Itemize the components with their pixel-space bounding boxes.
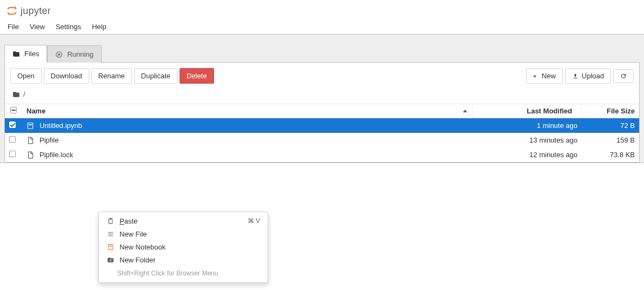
tab-files[interactable]: Files — [4, 45, 47, 63]
logo-text: jupyter — [21, 5, 51, 17]
tab-strip: Files Running — [2, 44, 642, 62]
table-row[interactable]: Pipfile 13 minutes ago 159 B — [5, 133, 639, 147]
file-name: Pipfile.lock — [39, 151, 73, 159]
file-modified: 13 minutes ago — [473, 136, 581, 144]
file-toolbar: Open Download Rename Duplicate Delete Ne… — [5, 63, 639, 88]
content-panel: Open Download Rename Duplicate Delete Ne… — [4, 62, 640, 163]
ctx-new-notebook-label: New Notebook — [119, 243, 165, 251]
download-button[interactable]: Download — [44, 68, 89, 84]
stop-circle-icon — [55, 51, 63, 58]
row-checkbox[interactable] — [9, 136, 26, 144]
duplicate-button[interactable]: Duplicate — [134, 68, 177, 84]
notebook-icon — [26, 122, 34, 130]
caret-down-icon — [533, 72, 539, 80]
sort-ascending-icon — [463, 110, 467, 112]
ctx-paste-shortcut: ⌘ V — [248, 217, 260, 225]
svg-point-1 — [8, 14, 9, 15]
row-checkbox[interactable] — [9, 151, 26, 159]
list-icon — [107, 230, 114, 238]
ctx-new-file-label: New File — [119, 230, 147, 238]
file-icon — [26, 137, 34, 144]
ctx-hint: Shift+Right Click for Browser Menu — [99, 266, 268, 280]
menu-bar: File View Settings Help — [0, 19, 644, 35]
file-icon — [26, 151, 34, 159]
upload-icon — [572, 73, 579, 79]
file-size: 72 B — [581, 122, 635, 130]
refresh-icon — [620, 73, 627, 79]
svg-rect-8 — [108, 244, 113, 249]
ctx-new-file[interactable]: New File — [99, 227, 268, 240]
ctx-new-folder-label: New Folder — [119, 256, 155, 264]
tab-running-label: Running — [67, 50, 93, 58]
logo-bar: jupyter — [0, 0, 644, 19]
ctx-paste-label: Paste — [119, 217, 137, 225]
folder-icon — [12, 50, 20, 58]
context-menu: Paste ⌘ V New File New Notebook New Fold… — [98, 212, 268, 283]
file-name: Untitled.ipynb — [39, 122, 82, 130]
svg-rect-9 — [109, 245, 111, 246]
tab-running[interactable]: Running — [47, 45, 101, 63]
folder-plus-icon — [107, 256, 114, 264]
ctx-new-folder[interactable]: New Folder — [99, 253, 268, 266]
breadcrumb[interactable]: / — [5, 88, 639, 104]
breadcrumb-root: / — [23, 90, 25, 98]
menu-file[interactable]: File — [2, 21, 24, 33]
row-checkbox[interactable] — [9, 122, 26, 130]
table-header: Name Last Modified File Size — [5, 104, 639, 118]
svg-rect-5 — [29, 124, 32, 125]
upload-button-label: Upload — [582, 72, 604, 80]
column-modified[interactable]: Last Modified — [473, 104, 581, 118]
table-row[interactable]: Pipfile.lock 12 minutes ago 73.8 KB — [5, 147, 639, 162]
menu-view[interactable]: View — [24, 21, 50, 33]
ctx-paste[interactable]: Paste ⌘ V — [99, 214, 268, 227]
file-size: 159 B — [581, 136, 635, 144]
file-modified: 12 minutes ago — [473, 151, 581, 159]
upload-button[interactable]: Upload — [565, 68, 611, 84]
file-table: Name Last Modified File Size Untitled.ip… — [5, 104, 639, 162]
clipboard-icon — [107, 217, 114, 225]
rename-button[interactable]: Rename — [91, 68, 132, 84]
svg-rect-4 — [28, 123, 32, 129]
jupyter-logo-icon — [5, 4, 18, 17]
panel-area: Files Running Open Download Rename Dupli… — [0, 35, 644, 163]
ctx-new-notebook[interactable]: New Notebook — [99, 240, 268, 253]
select-all-checkbox[interactable] — [9, 107, 26, 115]
new-button-label: New — [542, 72, 556, 80]
menu-help[interactable]: Help — [87, 21, 112, 33]
refresh-button[interactable] — [613, 69, 634, 83]
folder-icon — [12, 91, 20, 98]
svg-rect-3 — [58, 53, 61, 56]
open-button[interactable]: Open — [10, 68, 42, 84]
menu-settings[interactable]: Settings — [50, 21, 87, 33]
column-name[interactable]: Name — [26, 107, 473, 115]
file-modified: 1 minute ago — [473, 122, 581, 130]
tab-files-label: Files — [24, 50, 39, 58]
table-row[interactable]: Untitled.ipynb 1 minute ago 72 B — [5, 118, 639, 133]
delete-button[interactable]: Delete — [180, 68, 214, 84]
svg-point-0 — [15, 6, 16, 8]
file-name: Pipfile — [39, 136, 58, 144]
notebook-icon — [107, 243, 114, 251]
file-size: 73.8 KB — [581, 151, 635, 159]
new-button[interactable]: New — [526, 68, 563, 84]
column-size[interactable]: File Size — [581, 104, 635, 118]
